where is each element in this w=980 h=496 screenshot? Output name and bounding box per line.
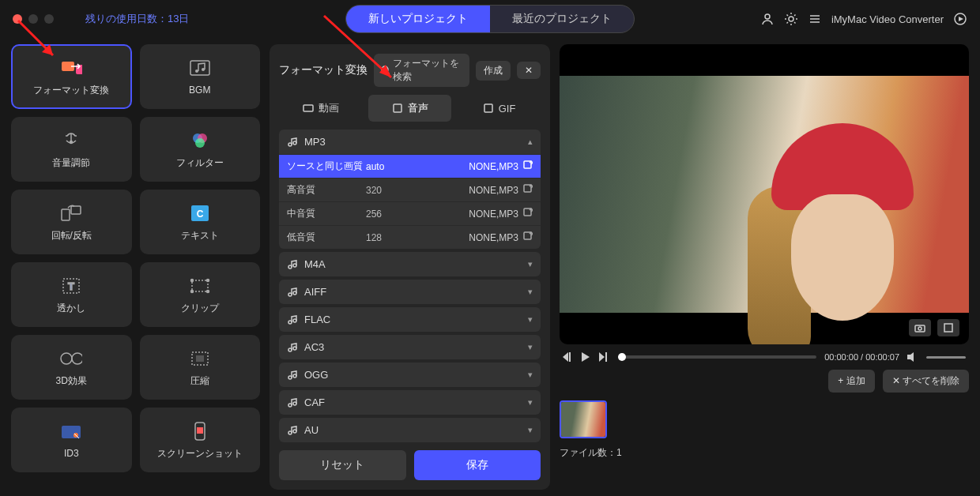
reset-button[interactable]: リセット	[279, 450, 406, 480]
preset-codec: NONE,MP3	[469, 209, 518, 220]
edit-preset-icon[interactable]	[523, 160, 533, 172]
svg-rect-43	[303, 105, 313, 111]
tab-recent-projects[interactable]: 最近のプロジェクト	[490, 6, 634, 32]
tool-label: BGM	[189, 85, 210, 96]
format-convert-icon	[60, 57, 82, 79]
format-group-m4a: M4A▾	[279, 252, 541, 276]
tool-rotate[interactable]: 回転/反転	[11, 190, 132, 254]
tool-3d[interactable]: 3D効果	[11, 335, 132, 400]
tool-id3[interactable]: ID3	[11, 408, 132, 472]
tool-text[interactable]: Cテキスト	[140, 190, 261, 254]
format-group-mp3: MP3▴ソースと同じ画質autoNONE,MP3 高音質320NONE,MP3 …	[279, 130, 541, 249]
fullscreen-button[interactable]	[937, 319, 959, 336]
id3-icon	[60, 421, 82, 443]
svg-point-19	[195, 138, 205, 148]
svg-point-16	[70, 141, 73, 143]
tab-gif[interactable]: GIF	[458, 95, 541, 122]
svg-point-32	[72, 353, 82, 364]
preset-row[interactable]: 高音質320NONE,MP3	[279, 178, 541, 201]
camera-icon	[914, 322, 925, 333]
zoom-dot[interactable]	[44, 14, 54, 24]
svg-point-27	[190, 279, 193, 281]
preset-codec: NONE,MP3	[469, 185, 518, 196]
close-dot[interactable]	[13, 14, 22, 24]
3d-icon	[60, 348, 82, 370]
chevron-up-icon: ▴	[528, 137, 533, 147]
close-panel-button[interactable]: ✕	[517, 62, 541, 79]
preset-name: 中音質	[287, 207, 366, 220]
format-header-aiff[interactable]: AIFF▾	[279, 280, 541, 304]
trial-days-label: 残りの使用日数：13日	[85, 12, 189, 26]
edit-preset-icon[interactable]	[523, 208, 533, 220]
tab-video[interactable]: 動画	[279, 95, 362, 122]
tab-new-project[interactable]: 新しいプロジェクト	[346, 6, 490, 32]
tool-bgm[interactable]: BGM	[140, 44, 261, 109]
save-button[interactable]: 保存	[414, 450, 541, 480]
volume-button[interactable]	[907, 352, 918, 362]
play-badge-icon[interactable]	[953, 12, 967, 26]
account-icon[interactable]	[760, 12, 775, 26]
svg-rect-26	[192, 280, 208, 291]
preset-row[interactable]: 低音質128NONE,MP3	[279, 225, 541, 249]
format-header-ogg[interactable]: OGG▾	[279, 363, 541, 387]
tool-clip[interactable]: クリップ	[140, 262, 261, 327]
video-preview[interactable]	[560, 44, 969, 344]
tool-label: ID3	[64, 448, 79, 459]
chevron-down-icon: ▾	[528, 287, 533, 297]
tab-audio[interactable]: 音声	[368, 95, 451, 122]
progress-bar[interactable]	[618, 355, 816, 359]
search-icon	[380, 65, 390, 76]
file-thumbnail[interactable]	[560, 400, 607, 438]
svg-rect-68	[944, 324, 952, 332]
edit-preset-icon[interactable]	[523, 231, 533, 243]
tool-watermark[interactable]: T透かし	[11, 262, 132, 327]
delete-all-button[interactable]: ✕ すべてを削除	[883, 370, 969, 393]
settings-icon[interactable]	[784, 12, 798, 26]
preset-name: 低音質	[287, 231, 366, 244]
format-header-m4a[interactable]: M4A▾	[279, 252, 541, 276]
format-header-flac[interactable]: FLAC▾	[279, 307, 541, 332]
svg-rect-73	[605, 352, 607, 362]
edit-preset-icon[interactable]	[523, 184, 533, 196]
preset-row[interactable]: 中音質256NONE,MP3	[279, 201, 541, 225]
tool-format-convert[interactable]: フォーマット変換	[11, 44, 132, 109]
next-button[interactable]	[599, 352, 610, 362]
format-header-au[interactable]: AU▾	[279, 418, 541, 442]
time-label: 00:00:00 / 00:00:07	[824, 352, 899, 362]
chevron-down-icon: ▾	[528, 397, 533, 408]
create-preset-button[interactable]: 作成	[476, 61, 511, 81]
search-input[interactable]: フォーマットを検索	[374, 54, 469, 87]
title-bar: 残りの使用日数：13日 新しいプロジェクト 最近のプロジェクト iMyMac V…	[0, 0, 980, 38]
tool-compress[interactable]: 圧縮	[140, 335, 261, 400]
preset-bitrate: 320	[366, 185, 413, 196]
format-label: AIFF	[304, 286, 326, 298]
search-placeholder: フォーマットを検索	[393, 57, 463, 84]
tool-volume[interactable]: 音量調節	[11, 117, 132, 182]
svg-rect-44	[394, 104, 401, 112]
add-file-button[interactable]: + 追加	[828, 370, 874, 393]
format-header-caf[interactable]: CAF▾	[279, 390, 541, 415]
format-header-ac3[interactable]: AC3▾	[279, 335, 541, 359]
rotate-icon	[60, 202, 82, 224]
preset-row[interactable]: ソースと同じ画質autoNONE,MP3	[279, 154, 541, 178]
tool-filter[interactable]: フィルター	[140, 117, 261, 182]
snapshot-button[interactable]	[909, 319, 931, 336]
menu-icon[interactable]	[808, 12, 822, 26]
svg-marker-10	[959, 17, 963, 21]
compress-icon	[189, 348, 211, 370]
minimize-dot[interactable]	[28, 14, 38, 24]
svg-marker-74	[907, 352, 914, 362]
format-header-mp3[interactable]: MP3▴	[279, 130, 541, 154]
tool-label: クリップ	[181, 302, 219, 315]
svg-point-5	[789, 17, 793, 21]
format-label: FLAC	[304, 314, 330, 325]
volume-slider[interactable]	[926, 356, 966, 359]
prev-button[interactable]	[563, 352, 574, 362]
video-frame	[560, 76, 969, 313]
tool-label: 音量調節	[52, 156, 90, 170]
svg-rect-20	[62, 209, 70, 220]
preset-bitrate: 256	[366, 209, 413, 220]
svg-text:C: C	[196, 209, 203, 220]
play-button[interactable]	[582, 352, 591, 362]
tool-screenshot[interactable]: スクリーンショット	[140, 408, 261, 472]
